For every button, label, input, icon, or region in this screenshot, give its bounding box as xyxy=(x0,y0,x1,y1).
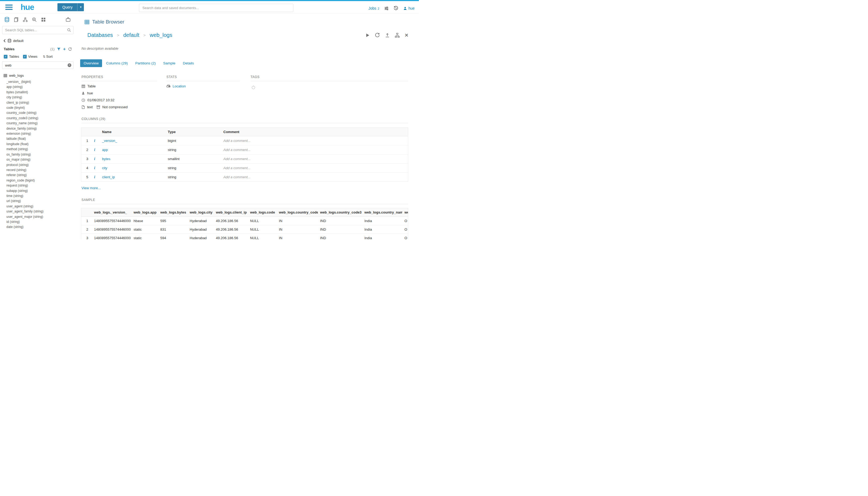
add-icon[interactable]: + xyxy=(63,48,66,51)
tree-column-item[interactable]: url (string) xyxy=(3,199,74,204)
tree-column-item[interactable]: country_code3 (string) xyxy=(3,116,74,121)
column-comment-cell[interactable]: Add a comment... xyxy=(221,173,408,182)
column-comment-cell[interactable]: Add a comment... xyxy=(221,154,408,164)
global-search-input[interactable] xyxy=(139,4,293,12)
tree-column-item[interactable]: country_code (string) xyxy=(3,110,74,115)
sql-db-icon[interactable] xyxy=(4,17,10,22)
tab-columns-29[interactable]: Columns (29) xyxy=(102,59,131,67)
tree-column-item[interactable]: user_agent_major (string) xyxy=(3,214,74,219)
column-name-link[interactable]: city xyxy=(102,166,107,170)
tree-column-item[interactable]: os_family (string) xyxy=(3,152,74,157)
column-name-link[interactable]: client_ip xyxy=(102,175,115,179)
info-icon[interactable]: i xyxy=(94,175,95,179)
sample-row-number: 1 xyxy=(81,217,92,225)
apps-grid-icon[interactable] xyxy=(41,17,46,22)
tree-column-item[interactable]: device_family (string) xyxy=(3,126,74,131)
current-database-label[interactable]: default xyxy=(13,39,23,43)
tree-column-item[interactable]: latitude (float) xyxy=(3,136,74,141)
column-type-cell: string xyxy=(165,173,221,182)
tree-column-item[interactable]: protocol (string) xyxy=(3,162,74,168)
clear-filter-icon[interactable]: × xyxy=(67,63,71,67)
tab-partitions-2[interactable]: Partitions (2) xyxy=(132,59,159,67)
lineage-sitemap-icon[interactable] xyxy=(395,33,400,38)
search-icon[interactable] xyxy=(67,28,71,32)
column-name-link[interactable]: _version_ xyxy=(102,139,117,143)
tree-column-item[interactable]: record (string) xyxy=(3,168,74,173)
properties-heading: PROPERTIES xyxy=(81,75,157,81)
tree-column-item[interactable]: longitude (float) xyxy=(3,142,74,147)
tab-sample[interactable]: Sample xyxy=(160,59,179,67)
documents-icon[interactable] xyxy=(14,17,19,22)
tree-column-item[interactable]: request (string) xyxy=(3,183,74,188)
close-icon[interactable]: × xyxy=(405,33,408,37)
hue-logo[interactable]: hue xyxy=(20,3,34,11)
tab-overview[interactable]: Overview xyxy=(80,59,102,67)
table-filter-input[interactable] xyxy=(2,61,74,69)
table-description[interactable]: No description available xyxy=(76,38,419,50)
column-name-link[interactable]: bytes xyxy=(102,157,110,161)
breadcrumb-table[interactable]: web_logs xyxy=(149,32,172,38)
tree-column-item[interactable]: id (string) xyxy=(3,219,74,224)
tree-column-item[interactable]: country_name (string) xyxy=(3,121,74,126)
hamburger-menu-icon[interactable] xyxy=(5,3,13,11)
sql-tables-search-input[interactable] xyxy=(2,26,74,34)
query-play-icon[interactable] xyxy=(365,33,370,37)
refresh-icon[interactable] xyxy=(68,47,72,51)
sample-cell: NULL xyxy=(248,217,277,225)
tree-column-item[interactable]: date (string) xyxy=(3,224,74,230)
column-comment-cell[interactable]: Add a comment... xyxy=(221,145,408,154)
tables-checkbox-label[interactable]: Tables xyxy=(9,55,19,59)
sliders-icon[interactable] xyxy=(384,6,389,11)
info-icon[interactable]: i xyxy=(94,148,95,152)
user-menu[interactable]: hue xyxy=(403,6,415,11)
views-checkbox-label[interactable]: Views xyxy=(28,55,37,59)
query-button[interactable]: Query xyxy=(58,3,77,11)
jobs-link[interactable]: Jobs 2 xyxy=(368,6,379,11)
cluster-icon[interactable] xyxy=(23,17,28,22)
tree-column-item[interactable]: os_major (string) xyxy=(3,157,74,162)
tables-checkbox[interactable]: ✓ xyxy=(4,55,7,59)
briefcase-icon[interactable] xyxy=(65,17,71,22)
tree-column-item[interactable]: extension (string) xyxy=(3,131,74,136)
tree-column-item[interactable]: subapp (string) xyxy=(3,188,74,193)
tab-details[interactable]: Details xyxy=(179,59,198,67)
tree-column-item[interactable]: time (string) xyxy=(3,193,74,199)
info-icon[interactable]: i xyxy=(94,166,95,170)
tree-column-item[interactable]: bytes (smallint) xyxy=(3,90,74,95)
query-dropdown-caret[interactable]: ▾ xyxy=(77,3,84,11)
view-more-link[interactable]: View more... xyxy=(81,186,101,190)
jobs-count-badge: 2 xyxy=(378,7,379,10)
history-icon[interactable] xyxy=(394,6,398,11)
column-comment-cell[interactable]: Add a comment... xyxy=(221,136,408,145)
owner-icon xyxy=(81,91,85,95)
sort-toggle[interactable]: ⇅ Sort xyxy=(43,55,53,59)
zoom-search-icon[interactable] xyxy=(32,17,37,22)
breadcrumb-databases[interactable]: Databases xyxy=(88,32,113,38)
tree-column-item[interactable]: user_agent_family (string) xyxy=(3,209,74,214)
filter-funnel-icon[interactable] xyxy=(57,47,61,51)
tree-column-item[interactable]: code (tinyint) xyxy=(3,105,74,110)
column-name-cell: bytes xyxy=(100,154,165,164)
tree-column-item[interactable]: city (string) xyxy=(3,95,74,100)
column-comment-cell[interactable]: Add a comment... xyxy=(221,164,408,173)
tree-column-item[interactable]: user_agent (string) xyxy=(3,204,74,209)
back-chevron-icon[interactable] xyxy=(3,39,6,43)
user-icon xyxy=(403,6,407,11)
breadcrumb-database[interactable]: default xyxy=(123,32,139,38)
location-link[interactable]: Location xyxy=(173,84,186,88)
tree-column-item[interactable]: _version_ (bigint) xyxy=(3,79,74,84)
tree-column-item[interactable]: method (string) xyxy=(3,147,74,152)
views-checkbox[interactable]: ✓ xyxy=(23,55,27,59)
property-compression-value: Not compressed xyxy=(102,105,128,109)
tables-tree: web_logs _version_ (bigint)app (string)b… xyxy=(0,69,76,230)
refresh-table-icon[interactable] xyxy=(375,33,380,38)
tree-column-item[interactable]: referer (string) xyxy=(3,173,74,178)
tree-column-item[interactable]: client_ip (string) xyxy=(3,100,74,105)
upload-icon[interactable] xyxy=(385,33,390,38)
tree-column-item[interactable]: app (string) xyxy=(3,84,74,90)
column-name-link[interactable]: app xyxy=(102,148,108,152)
info-icon[interactable]: i xyxy=(94,138,95,143)
tree-column-item[interactable]: region_code (bigint) xyxy=(3,178,74,183)
tree-table-item[interactable]: web_logs xyxy=(3,74,74,78)
info-icon[interactable]: i xyxy=(94,157,95,161)
